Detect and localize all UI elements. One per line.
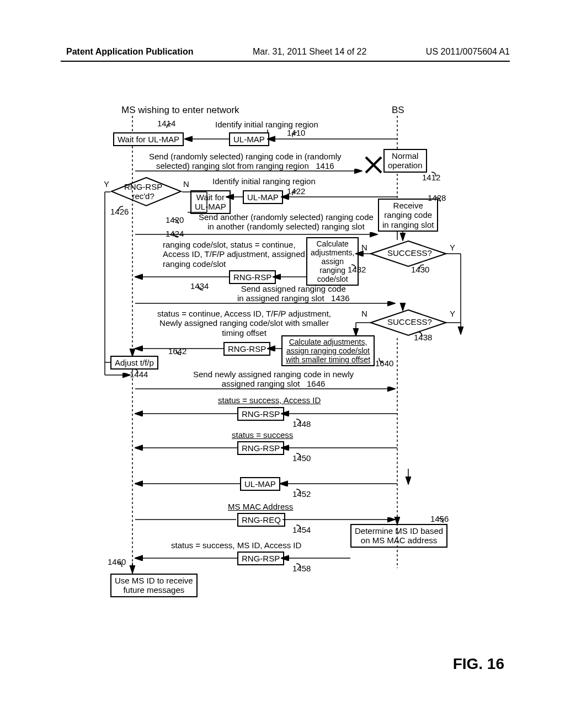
note-1454: MS MAC Address bbox=[228, 502, 293, 511]
calc-1432: Calculate adjustments, assign ranging co… bbox=[306, 237, 359, 286]
note-1436: Send assigned ranging code in assigned r… bbox=[237, 284, 349, 303]
note-1416: Send (randomly selected) ranging code in… bbox=[149, 152, 342, 171]
ref-1420: 1420 bbox=[166, 215, 184, 224]
dec-y-1426: Y bbox=[104, 179, 109, 189]
figure-number: FIG. 16 bbox=[453, 655, 504, 673]
normal-operation: Normal operation bbox=[383, 149, 427, 173]
rng-rsp-1450: RNG-RSP bbox=[237, 441, 284, 455]
dec-y-1430: Y bbox=[450, 243, 455, 252]
calc-1640: Calculate adjustments, assign ranging co… bbox=[281, 335, 375, 366]
note-1424: Send another (randomly selected) ranging… bbox=[199, 212, 374, 232]
ref-1422: 1422 bbox=[287, 186, 305, 196]
ref-1642: 1642 bbox=[168, 346, 186, 356]
decision-1430: SUCCESS? bbox=[387, 248, 432, 258]
receive-code: Receive ranging code in ranging slot bbox=[378, 199, 438, 232]
ref-1458: 1458 bbox=[292, 564, 311, 573]
adjust-tfp: Adjust t/f/p bbox=[110, 356, 158, 370]
ms-title: MS wishing to enter network bbox=[121, 105, 239, 116]
ref-1432: 1432 bbox=[348, 265, 366, 274]
header-center: Mar. 31, 2011 Sheet 14 of 22 bbox=[253, 47, 366, 57]
ref-1448: 1448 bbox=[292, 419, 311, 429]
note-1642: status = continue, Access ID, T/F/P adju… bbox=[157, 309, 331, 338]
ulmap-1452: UL-MAP bbox=[240, 477, 280, 491]
dec-n-1430: N bbox=[361, 243, 367, 252]
ulmap-1410: UL-MAP bbox=[229, 132, 269, 146]
fail-x-icon bbox=[364, 156, 383, 174]
ref-1434: 1434 bbox=[190, 281, 209, 291]
page-header: Patent Application Publication Mar. 31, … bbox=[66, 47, 510, 57]
dec-y-1438: Y bbox=[450, 309, 455, 318]
bs-title: BS bbox=[392, 105, 404, 116]
header-right: US 2011/0075604 A1 bbox=[426, 47, 510, 57]
ref-1450: 1450 bbox=[292, 453, 311, 463]
rng-rsp-1448: RNG-RSP bbox=[237, 407, 284, 421]
ref-1414: 1414 bbox=[157, 119, 175, 128]
ref-1428: 1428 bbox=[428, 193, 446, 202]
rng-rsp-1434: RNG-RSP bbox=[229, 270, 276, 284]
use-msid: Use MS ID to receive future messages bbox=[110, 574, 198, 597]
figure-canvas: MS wishing to enter network BS Wait for … bbox=[77, 105, 486, 656]
dec-n-1426: N bbox=[183, 179, 189, 189]
header-left: Patent Application Publication bbox=[66, 47, 194, 57]
ref-1456: 1456 bbox=[430, 514, 449, 523]
note-1422: Identify initial ranging region bbox=[212, 176, 316, 186]
note-1448: status = success, Access ID bbox=[218, 395, 321, 405]
note-1458: status = success, MS ID, Access ID bbox=[171, 540, 301, 550]
decision-1426: RNG-RSP rec'd? bbox=[124, 182, 162, 201]
note-1646: Send newly assigned ranging code in newl… bbox=[193, 370, 354, 389]
wait-ulmap-2: Wait for UL-MAP bbox=[190, 190, 231, 214]
ref-1454: 1454 bbox=[292, 525, 311, 534]
note-1434: ranging code/slot, status = continue, Ac… bbox=[163, 240, 305, 269]
ref-1410: 1410 bbox=[287, 128, 305, 137]
ref-1438: 1438 bbox=[414, 333, 432, 342]
ref-1460: 1460 bbox=[108, 557, 126, 566]
wait-ulmap-1: Wait for UL-MAP bbox=[113, 132, 184, 146]
rng-rsp-1642: RNG-RSP bbox=[223, 342, 270, 356]
ulmap-1422: UL-MAP bbox=[243, 190, 283, 204]
ref-1412: 1412 bbox=[422, 173, 440, 182]
ref-1430: 1430 bbox=[411, 265, 429, 274]
ref-1444: 1444 bbox=[130, 370, 148, 379]
dec-n-1438: N bbox=[361, 309, 367, 318]
decision-1438: SUCCESS? bbox=[387, 317, 432, 326]
determine-msid: Determine MS ID based on MS MAC address bbox=[350, 524, 447, 548]
ref-1452: 1452 bbox=[292, 489, 311, 499]
ref-1640: 1640 bbox=[375, 358, 393, 368]
ref-1426: 1426 bbox=[110, 207, 129, 216]
ref-1424: 1424 bbox=[166, 229, 184, 238]
rng-rsp-1458: RNG-RSP bbox=[237, 552, 284, 565]
note-1450: status = success bbox=[232, 430, 293, 440]
rng-req-1454: RNG-REQ bbox=[237, 513, 285, 527]
header-rule bbox=[61, 61, 510, 62]
